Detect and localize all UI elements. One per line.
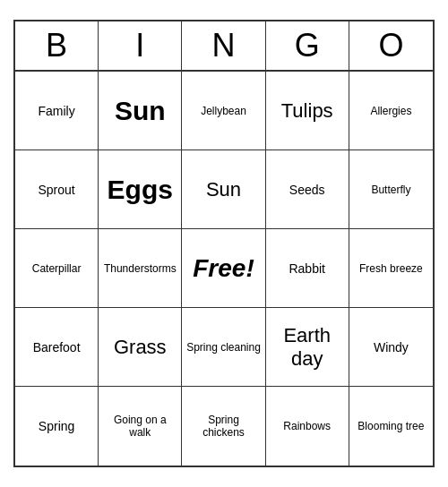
cell-text: Spring — [39, 419, 74, 433]
header-letter: O — [349, 21, 433, 70]
bingo-cell: Seeds — [266, 150, 349, 229]
bingo-cell: Fresh breeze — [349, 229, 433, 308]
cell-text: Spring chickens — [185, 414, 261, 439]
cell-text: Barefoot — [33, 340, 81, 355]
bingo-card: BINGO FamilySunJellybeanTulipsAllergiesS… — [13, 20, 435, 467]
bingo-header: BINGO — [15, 21, 433, 72]
cell-text: Going on a walk — [102, 414, 177, 439]
cell-text: Rainbows — [283, 420, 331, 432]
cell-text: Rabbit — [289, 261, 324, 276]
cell-text: Free! — [193, 254, 254, 283]
cell-text: Caterpillar — [32, 262, 82, 275]
cell-text: Tulips — [281, 99, 333, 123]
bingo-cell: Free! — [182, 229, 265, 308]
bingo-cell: Eggs — [99, 150, 182, 229]
bingo-cell: Spring cleaning — [182, 308, 265, 387]
bingo-cell: Tulips — [266, 72, 349, 150]
header-letter: B — [15, 21, 99, 70]
bingo-cell: Jellybean — [182, 72, 265, 150]
header-letter: N — [182, 21, 265, 70]
bingo-cell: Family — [15, 72, 99, 150]
cell-text: Sprout — [38, 183, 74, 197]
cell-text: Blooming tree — [358, 420, 424, 432]
header-letter: G — [266, 21, 349, 70]
bingo-cell: Rabbit — [266, 229, 349, 308]
cell-text: Family — [38, 104, 74, 118]
bingo-cell: Butterfly — [349, 150, 433, 229]
cell-text: Jellybean — [201, 105, 246, 117]
bingo-cell: Sun — [99, 72, 182, 150]
bingo-cell: Earth day — [266, 308, 349, 387]
cell-text: Allergies — [370, 105, 411, 117]
cell-text: Butterfly — [371, 184, 410, 196]
cell-text: Windy — [374, 340, 409, 355]
cell-text: Grass — [114, 336, 167, 359]
bingo-cell: Barefoot — [15, 308, 99, 387]
bingo-grid: FamilySunJellybeanTulipsAllergiesSproutE… — [15, 72, 433, 466]
cell-text: Eggs — [108, 175, 173, 205]
bingo-cell: Spring chickens — [182, 387, 265, 466]
bingo-cell: Blooming tree — [349, 387, 433, 466]
bingo-cell: Sprout — [15, 150, 99, 229]
bingo-cell: Spring — [15, 387, 99, 466]
header-letter: I — [99, 21, 182, 70]
bingo-cell: Rainbows — [266, 387, 349, 466]
bingo-cell: Thunderstorms — [99, 229, 182, 308]
bingo-cell: Windy — [349, 308, 433, 387]
bingo-cell: Going on a walk — [99, 387, 182, 466]
bingo-cell: Caterpillar — [15, 229, 99, 308]
cell-text: Seeds — [289, 183, 325, 197]
cell-text: Sun — [115, 96, 166, 126]
bingo-cell: Allergies — [349, 72, 433, 150]
cell-text: Thunderstorms — [104, 262, 177, 275]
bingo-cell: Sun — [182, 150, 265, 229]
cell-text: Fresh breeze — [359, 262, 423, 275]
cell-text: Sun — [206, 178, 241, 201]
cell-text: Spring cleaning — [186, 341, 261, 354]
bingo-cell: Grass — [99, 308, 182, 387]
cell-text: Earth day — [270, 324, 345, 371]
